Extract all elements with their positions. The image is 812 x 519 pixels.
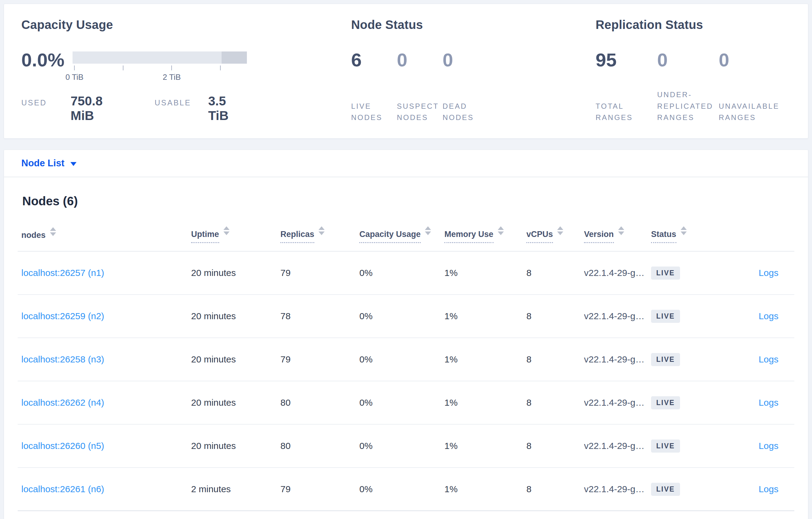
stat-dead-nodes: 0 DEAD NODES xyxy=(442,51,488,123)
axis-tick xyxy=(171,65,172,70)
status-cell: LIVE xyxy=(647,338,718,381)
capacity-bar-chart: 0 TiB 2 TiB xyxy=(72,51,247,64)
vcpus-cell: 8 xyxy=(523,424,580,467)
sort-icon xyxy=(50,227,56,236)
node-link[interactable]: localhost:26258 (n3) xyxy=(21,354,104,364)
memory-cell: 1% xyxy=(441,381,523,424)
node-list-card: Node List Nodes (6) nodes Uptime Replica… xyxy=(4,150,808,519)
memory-cell: 1% xyxy=(441,338,523,381)
usable-label: USABLE xyxy=(154,98,191,107)
axis-tick xyxy=(220,65,221,70)
column-header-vcpus[interactable]: vCPUs xyxy=(523,217,580,251)
logs-link[interactable]: Logs xyxy=(759,268,779,278)
axis-tick-label: 0 TiB xyxy=(65,72,84,82)
sort-icon xyxy=(557,226,563,235)
status-badge: LIVE xyxy=(651,267,680,280)
suspect-nodes-value: 0 xyxy=(397,51,442,69)
view-mode-selector[interactable]: Node List xyxy=(21,158,77,169)
memory-cell: 1% xyxy=(441,251,523,295)
vcpus-cell: 8 xyxy=(523,295,580,338)
live-nodes-value: 6 xyxy=(351,51,397,69)
version-cell: v22.1.4-29-g… xyxy=(580,424,647,467)
capacity-bar-segment xyxy=(222,52,247,64)
replicas-cell: 79 xyxy=(277,251,356,295)
view-mode-selector-label: Node List xyxy=(21,158,64,169)
memory-cell: 1% xyxy=(441,424,523,467)
replication-status-section: Replication Status 95 TOTAL RANGES 0 UND… xyxy=(596,18,791,126)
uptime-cell: 20 minutes xyxy=(187,424,277,467)
status-badge: LIVE xyxy=(651,353,680,366)
column-header-capacity-usage[interactable]: Capacity Usage xyxy=(356,217,441,251)
replicas-cell: 80 xyxy=(277,381,356,424)
version-cell: v22.1.4-29-g… xyxy=(580,251,647,295)
suspect-nodes-label: SUSPECT NODES xyxy=(397,100,442,123)
logs-link[interactable]: Logs xyxy=(759,311,779,321)
table-row: localhost:26262 (n4) 20 minutes 80 0% 1%… xyxy=(18,381,794,424)
total-ranges-value: 95 xyxy=(596,51,657,69)
stat-under-replicated-ranges: 0 UNDER-REPLICATED RANGES xyxy=(657,51,719,123)
node-link[interactable]: localhost:26261 (n6) xyxy=(21,484,104,494)
capacity-cell: 0% xyxy=(356,295,441,338)
view-selector-bar: Node List xyxy=(4,150,808,177)
capacity-percent: 0.0% xyxy=(21,51,72,69)
column-header-nodes[interactable]: nodes xyxy=(18,217,187,251)
spacer xyxy=(247,18,351,126)
node-link[interactable]: localhost:26262 (n4) xyxy=(21,397,104,407)
version-cell: v22.1.4-29-g… xyxy=(580,295,647,338)
status-badge: LIVE xyxy=(651,310,680,323)
uptime-cell: 20 minutes xyxy=(187,338,277,381)
replicas-cell: 80 xyxy=(277,424,356,467)
table-row: localhost:26257 (n1) 20 minutes 79 0% 1%… xyxy=(18,251,794,295)
replicas-cell: 78 xyxy=(277,295,356,338)
vcpus-cell: 8 xyxy=(523,251,580,295)
nodes-count-title: Nodes (6) xyxy=(22,194,794,208)
replicas-cell: 79 xyxy=(277,467,356,511)
column-header-uptime[interactable]: Uptime xyxy=(187,217,277,251)
node-link[interactable]: localhost:26260 (n5) xyxy=(21,441,104,451)
logs-link[interactable]: Logs xyxy=(759,354,779,364)
table-header-row: nodes Uptime Replicas Capacity Usage Mem… xyxy=(18,217,794,251)
stat-live-nodes: 6 LIVE NODES xyxy=(351,51,397,123)
dead-nodes-value: 0 xyxy=(442,51,488,69)
version-cell: v22.1.4-29-g… xyxy=(580,381,647,424)
node-status-section: Node Status 6 LIVE NODES 0 SUSPECT NODES… xyxy=(351,18,491,126)
unavailable-label: UNAVAILABLE RANGES xyxy=(719,100,786,123)
table-row: localhost:26261 (n6) 2 minutes 79 0% 1% … xyxy=(18,467,794,511)
memory-cell: 1% xyxy=(441,295,523,338)
uptime-cell: 20 minutes xyxy=(187,295,277,338)
column-header-replicas[interactable]: Replicas xyxy=(277,217,356,251)
node-link[interactable]: localhost:26259 (n2) xyxy=(21,311,104,321)
sort-icon xyxy=(319,226,325,235)
total-ranges-label: TOTAL RANGES xyxy=(596,100,657,123)
logs-link[interactable]: Logs xyxy=(759,441,779,451)
status-badge: LIVE xyxy=(651,439,680,453)
logs-link[interactable]: Logs xyxy=(759,484,779,494)
nodes-list-body: Nodes (6) nodes Uptime Replicas Capacity… xyxy=(4,194,808,519)
column-header-status[interactable]: Status xyxy=(647,217,718,251)
spacer xyxy=(491,18,596,126)
nodes-table: nodes Uptime Replicas Capacity Usage Mem… xyxy=(18,217,794,511)
node-link[interactable]: localhost:26257 (n1) xyxy=(21,268,104,278)
column-header-memory-use[interactable]: Memory Use xyxy=(441,217,523,251)
capacity-cell: 0% xyxy=(356,251,441,295)
used-value: 750.8 MiB xyxy=(70,94,125,123)
sort-icon xyxy=(425,226,431,235)
status-badge: LIVE xyxy=(651,483,680,496)
uptime-cell: 20 minutes xyxy=(187,381,277,424)
capacity-used-usable: USED 750.8 MiB USABLE 3.5 TiB xyxy=(21,94,247,123)
column-header-version[interactable]: Version xyxy=(580,217,647,251)
capacity-cell: 0% xyxy=(356,381,441,424)
logs-link[interactable]: Logs xyxy=(759,397,779,407)
uptime-cell: 20 minutes xyxy=(187,251,277,295)
capacity-usage-title: Capacity Usage xyxy=(21,18,247,32)
axis-tick xyxy=(123,65,123,70)
status-cell: LIVE xyxy=(647,251,718,295)
version-cell: v22.1.4-29-g… xyxy=(580,467,647,511)
sort-icon xyxy=(224,226,230,235)
table-row: localhost:26260 (n5) 20 minutes 80 0% 1%… xyxy=(18,424,794,467)
vcpus-cell: 8 xyxy=(523,467,580,511)
chevron-down-icon xyxy=(70,162,77,166)
usable-value: 3.5 TiB xyxy=(208,94,247,123)
uptime-cell: 2 minutes xyxy=(187,467,277,511)
axis-tick xyxy=(74,65,75,70)
